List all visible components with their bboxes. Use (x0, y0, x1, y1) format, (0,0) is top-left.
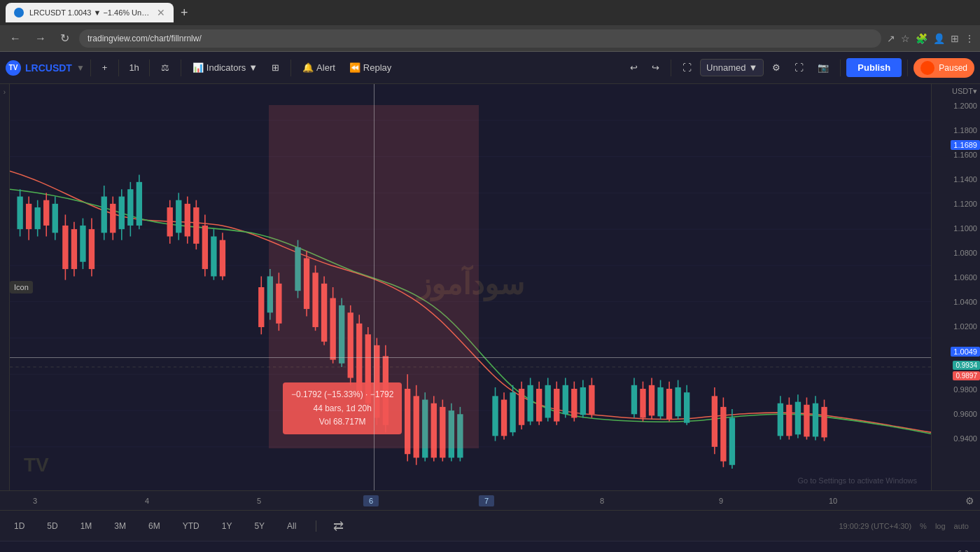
compare-button[interactable]: ⇄ (333, 518, 344, 534)
price-0960-label: 0.9600 (953, 410, 977, 418)
timeframe-5d-btn[interactable]: 5D (44, 520, 60, 532)
main-area: › Icon (0, 84, 980, 490)
replay-icon: ⏪ (349, 62, 360, 73)
windows-activate: Go to Settings to activate Windows (797, 476, 917, 485)
new-tab-button[interactable]: + (176, 4, 192, 22)
axis-settings-icon[interactable]: ⚙ (965, 495, 974, 506)
back-button[interactable]: ← (6, 31, 25, 46)
date-4-label: 4 (145, 497, 149, 505)
tab-close-button[interactable]: ✕ (157, 7, 165, 18)
tv-logo-circle: TV (6, 60, 21, 76)
date-7-label: 7 (479, 495, 494, 506)
indicators-label: Indicators (206, 62, 246, 73)
chart-settings-button[interactable]: ⚙ (766, 60, 786, 76)
timeframe-all-btn[interactable]: All (284, 520, 299, 532)
price-bid-label: 0.9897 (953, 371, 980, 380)
tv-logo: TV LRCUSDT ▼ (6, 60, 85, 76)
date-9-label: 9 (719, 497, 723, 505)
date-5-label: 5 (257, 497, 261, 505)
add-to-watchlist-button[interactable]: + (97, 60, 113, 76)
tab-bar: LRCUSDT 1.0043 ▼ −1.46% Unna... ✕ + (0, 0, 980, 25)
chart-container[interactable]: سودآموز TV −0.1792 (−15.33%) · −1792 44 … (10, 84, 931, 490)
separator-5 (290, 60, 291, 76)
url-input[interactable] (79, 29, 881, 48)
tab-crypto-screener[interactable]: Crypto Screener ▾ (8, 547, 99, 552)
timeframe-1m-btn[interactable]: 1M (78, 520, 95, 532)
left-sidebar: › Icon (0, 84, 10, 490)
timeframe-3m-btn[interactable]: 3M (111, 520, 129, 532)
price-1040-label: 1.0400 (953, 298, 977, 306)
date-axis: 3 4 5 6 7 8 9 10 ⚙ (0, 490, 980, 510)
separator-8 (907, 60, 908, 76)
user-avatar (920, 61, 934, 75)
bookmark-icon[interactable]: ☆ (901, 33, 910, 44)
address-icons: ↗ ☆ 🧩 👤 ⊞ ⋮ (887, 33, 974, 44)
price-1100-label: 1.1000 (953, 224, 977, 233)
alert-button[interactable]: 🔔 Alert (297, 60, 341, 76)
bottom-right: 19:00:29 (UTC+4:30) % log auto (839, 522, 969, 530)
puzzle-icon[interactable]: ⊞ (951, 33, 959, 44)
price-scale-button[interactable]: ⚖ (155, 60, 175, 76)
unnamed-dropdown: ▼ (748, 62, 757, 73)
tab-strategy-tester[interactable]: Strategy Tester (229, 547, 307, 552)
icon-label: Icon (10, 281, 33, 294)
timeframe-1d-btn[interactable]: 1D (11, 520, 27, 532)
separator-6 (671, 60, 671, 76)
paused-badge: Paused (913, 58, 974, 78)
alert-label: Alert (316, 62, 335, 73)
price-0940-label: 0.9400 (953, 434, 977, 443)
indicators-button[interactable]: 📊 Indicators ▼ (187, 60, 263, 76)
timeframe-5y-btn[interactable]: 5Y (251, 520, 267, 532)
maximize-icon: ⛶ (794, 62, 804, 73)
timestamp-label: 19:00:29 (UTC+4:30) (839, 522, 911, 530)
active-tab[interactable]: LRCUSDT 1.0043 ▼ −1.46% Unna... ✕ (6, 3, 174, 22)
pct-btn[interactable]: % (920, 522, 927, 530)
tab-pine-editor[interactable]: Pine Editor (164, 547, 226, 552)
alert-icon: 🔔 (302, 62, 314, 73)
symbol-label[interactable]: LRCUSDT (25, 62, 72, 74)
collapse-footer-button[interactable]: ⌃ (934, 547, 949, 552)
indicators-icon: 📊 (192, 62, 204, 73)
price-1689-label: 1.1689 (951, 140, 980, 150)
tab-text-notes[interactable]: Text Notes (102, 547, 162, 552)
settings-icon: ⚙ (772, 62, 780, 73)
sidebar-expand-icon[interactable]: › (4, 88, 6, 96)
log-btn[interactable]: log (935, 522, 946, 530)
timeframe-sep (316, 520, 316, 532)
share-icon[interactable]: ↗ (887, 33, 895, 44)
symbol-dropdown[interactable]: ▼ (76, 63, 85, 73)
date-3-label: 3 (33, 497, 37, 505)
replay-button[interactable]: ⏪ Replay (344, 60, 397, 76)
fullscreen-icon: ⛶ (682, 62, 692, 73)
menu-icon[interactable]: ⋮ (965, 33, 974, 44)
screenshot-button[interactable]: 📷 (812, 60, 834, 76)
forward-button[interactable]: → (31, 31, 50, 46)
redo-button[interactable]: ↪ (646, 60, 665, 76)
unnamed-button[interactable]: Unnamed ▼ (700, 59, 764, 76)
extensions-icon[interactable]: 🧩 (916, 33, 927, 44)
timeframe-1y-btn[interactable]: 1Y (219, 520, 235, 532)
timeframe-toolbar: 1D 5D 1M 3M 6M YTD 1Y 5Y All ⇄ 19:00:29 … (0, 510, 980, 541)
separator-2 (118, 60, 119, 76)
expand-footer-button[interactable]: ⛶ (955, 547, 972, 552)
timeframe-6m-btn[interactable]: 6M (146, 520, 163, 532)
price-0980-label: 0.9800 (953, 385, 977, 394)
auto-btn[interactable]: auto (954, 522, 969, 530)
profile-icon[interactable]: 👤 (933, 33, 945, 44)
date-6-label: 6 (363, 495, 379, 506)
price-current-label: 1.0049 (951, 347, 980, 357)
price-1180-label: 1.1800 (953, 126, 977, 134)
layouts-button[interactable]: ⊞ (266, 60, 285, 76)
chart-fullscreen-button[interactable]: ⛶ (789, 60, 809, 76)
timeframe-ytd-btn[interactable]: YTD (180, 520, 202, 532)
fullscreen-toggle-button[interactable]: ⛶ (677, 60, 697, 76)
tab-trading-panel[interactable]: Trading Panel (309, 547, 382, 552)
price-1020-label: 1.0200 (953, 322, 977, 331)
undo-button[interactable]: ↩ (624, 60, 643, 76)
tab-favicon (14, 8, 24, 18)
publish-button[interactable]: Publish (846, 58, 902, 77)
undo-icon: ↩ (630, 62, 638, 73)
refresh-button[interactable]: ↻ (56, 30, 74, 46)
crosshair-vertical (374, 84, 374, 490)
timeframe-button[interactable]: 1h (125, 60, 143, 76)
